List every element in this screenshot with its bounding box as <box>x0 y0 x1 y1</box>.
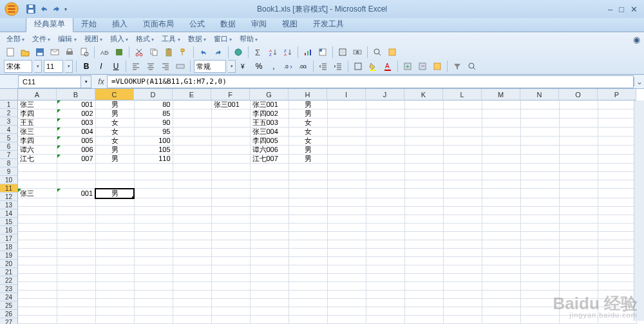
row-header[interactable]: 4 <box>0 126 18 134</box>
cell[interactable] <box>443 110 482 119</box>
cell[interactable] <box>327 215 366 224</box>
cell[interactable] <box>18 232 57 240</box>
row-header[interactable]: 16 <box>0 226 18 234</box>
cell[interactable] <box>327 128 366 137</box>
cell[interactable] <box>598 307 636 316</box>
cell[interactable] <box>404 291 443 299</box>
cell[interactable]: 001 <box>57 100 95 110</box>
cell[interactable]: 李四 <box>18 110 57 119</box>
row-header[interactable]: 9 <box>0 167 18 176</box>
cell[interactable] <box>289 224 327 232</box>
cell[interactable] <box>404 215 443 224</box>
cell[interactable]: 006 <box>57 146 95 155</box>
cell[interactable] <box>18 265 57 274</box>
cell[interactable] <box>482 257 520 265</box>
cell[interactable] <box>520 282 559 291</box>
cell[interactable] <box>134 180 173 189</box>
decrease-indent-icon[interactable] <box>317 60 330 73</box>
insert-cells-icon[interactable]: + <box>401 60 414 73</box>
cell[interactable] <box>598 155 636 164</box>
cell[interactable] <box>134 215 173 224</box>
cell[interactable] <box>211 232 250 240</box>
cell[interactable] <box>443 128 482 137</box>
align-left-icon[interactable] <box>129 60 142 73</box>
cell[interactable] <box>250 198 289 207</box>
cell[interactable] <box>443 207 482 215</box>
cell[interactable] <box>443 265 482 274</box>
cell[interactable] <box>95 274 134 282</box>
zoom-icon[interactable] <box>371 46 384 59</box>
cell[interactable] <box>250 224 289 232</box>
cell[interactable] <box>327 110 366 119</box>
cell[interactable]: 女 <box>95 128 134 137</box>
cell[interactable] <box>211 164 250 172</box>
merge-center-icon[interactable] <box>174 60 187 73</box>
menu-file[interactable]: 文件 <box>30 33 53 44</box>
fill-color-icon[interactable] <box>366 60 379 73</box>
cell[interactable]: 男 <box>95 155 134 164</box>
cell[interactable] <box>559 249 598 257</box>
cell[interactable] <box>443 215 482 224</box>
research-icon[interactable] <box>113 46 126 59</box>
cell[interactable] <box>443 291 482 299</box>
mail-icon[interactable] <box>48 46 61 59</box>
cell[interactable] <box>95 291 134 299</box>
cell[interactable] <box>57 274 95 282</box>
cell[interactable] <box>250 180 289 189</box>
cell[interactable] <box>173 100 211 110</box>
tab-data[interactable]: 数据 <box>213 17 243 32</box>
cell[interactable] <box>211 307 250 316</box>
cell[interactable] <box>327 257 366 265</box>
cell[interactable] <box>211 274 250 282</box>
cell[interactable] <box>289 180 327 189</box>
cell[interactable] <box>520 307 559 316</box>
cell[interactable]: 李四005 <box>250 137 289 146</box>
cell[interactable] <box>134 291 173 299</box>
cell[interactable] <box>57 316 95 324</box>
row-header[interactable]: 25 <box>0 301 18 310</box>
cell[interactable] <box>57 282 95 291</box>
merge-icon[interactable]: a <box>351 46 364 59</box>
underline-icon[interactable]: U <box>109 60 122 73</box>
formula-bar-expand-icon[interactable]: ⌄ <box>634 77 644 86</box>
cell[interactable] <box>482 307 520 316</box>
cell[interactable] <box>598 100 636 110</box>
cell[interactable] <box>520 155 559 164</box>
cell[interactable] <box>404 299 443 307</box>
cell[interactable] <box>482 240 520 249</box>
cell[interactable] <box>211 282 250 291</box>
cell[interactable] <box>482 172 520 180</box>
cell[interactable] <box>520 240 559 249</box>
cell[interactable] <box>520 128 559 137</box>
cell[interactable] <box>289 249 327 257</box>
font-color-icon[interactable]: A <box>381 60 394 73</box>
cell[interactable] <box>327 189 366 198</box>
cell[interactable] <box>559 232 598 240</box>
print-preview-icon[interactable] <box>78 46 91 59</box>
cell[interactable] <box>482 180 520 189</box>
cell[interactable] <box>404 137 443 146</box>
cell[interactable] <box>520 274 559 282</box>
cell[interactable] <box>404 100 443 110</box>
cell[interactable] <box>95 180 134 189</box>
cell[interactable]: 王五 <box>18 119 57 128</box>
undo-icon[interactable] <box>39 4 49 14</box>
cell[interactable] <box>520 291 559 299</box>
font-size-combo[interactable]: 11 <box>44 60 63 73</box>
save-icon[interactable] <box>26 4 36 14</box>
column-header[interactable]: K <box>404 89 443 100</box>
qat-dropdown-icon[interactable]: ▾ <box>64 6 67 12</box>
cell[interactable] <box>250 282 289 291</box>
cell[interactable] <box>289 307 327 316</box>
cell[interactable] <box>173 137 211 146</box>
cell[interactable] <box>173 172 211 180</box>
cell[interactable] <box>211 240 250 249</box>
print-icon[interactable] <box>63 46 76 59</box>
cell[interactable] <box>598 282 636 291</box>
cell[interactable] <box>327 198 366 207</box>
cell[interactable] <box>559 265 598 274</box>
cell[interactable] <box>173 180 211 189</box>
cell[interactable] <box>57 265 95 274</box>
cell[interactable] <box>250 274 289 282</box>
cell[interactable] <box>482 119 520 128</box>
